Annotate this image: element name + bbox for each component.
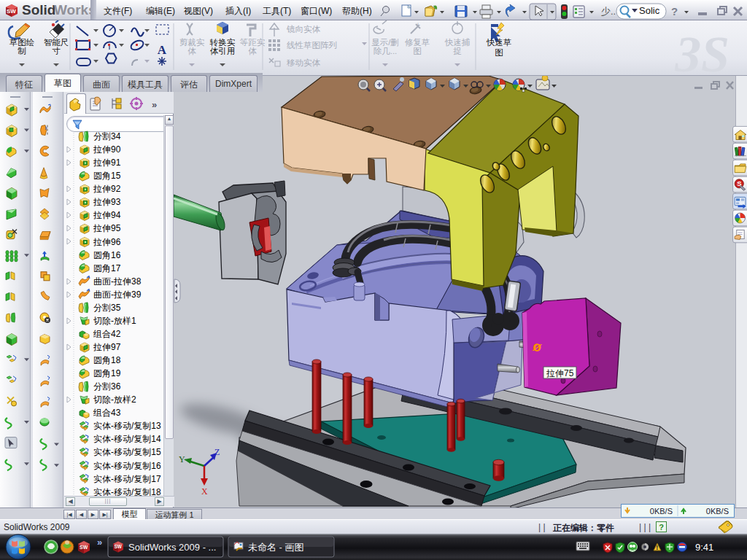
svg-text:组合43: 组合43 xyxy=(93,408,121,418)
svg-text:0KB/S: 0KB/S xyxy=(706,507,729,516)
svg-text:智能尺: 智能尺 xyxy=(44,38,69,47)
svg-text:除几...: 除几... xyxy=(374,47,398,55)
svg-text:实体-移动/复制17: 实体-移动/复制17 xyxy=(93,474,161,484)
svg-text:组合42: 组合42 xyxy=(93,329,121,339)
svg-text:镜向实体: 镜向实体 xyxy=(286,25,321,34)
svg-text:快速草: 快速草 xyxy=(486,38,512,47)
svg-text:图: 图 xyxy=(495,48,503,57)
svg-text:拉伸94: 拉伸94 xyxy=(93,210,121,220)
svg-text:0KB/S: 0KB/S xyxy=(650,507,673,516)
svg-text:体引用: 体引用 xyxy=(210,47,236,55)
svg-text:圆角18: 圆角18 xyxy=(93,355,121,365)
svg-text:拉伸93: 拉伸93 xyxy=(93,197,121,207)
svg-text:Solic: Solic xyxy=(639,5,660,16)
svg-text:曲面-拉伸38: 曲面-拉伸38 xyxy=(93,276,142,287)
svg-text:制: 制 xyxy=(18,47,26,55)
svg-text:曲面-拉伸39: 曲面-拉伸39 xyxy=(93,289,142,300)
svg-text:切除-放样2: 切除-放样2 xyxy=(93,394,136,405)
svg-text:圆角16: 圆角16 xyxy=(93,250,121,260)
svg-text:转换实: 转换实 xyxy=(209,38,236,47)
svg-text:拉伸91: 拉伸91 xyxy=(93,158,121,168)
svg-text:草图绘: 草图绘 xyxy=(9,38,35,47)
svg-text:切除-放样1: 切除-放样1 xyxy=(93,316,136,326)
svg-text:拉伸75: 拉伸75 xyxy=(546,368,574,378)
svg-text:分割36: 分割36 xyxy=(93,381,121,392)
svg-text:图: 图 xyxy=(413,47,422,55)
svg-text:拉伸92: 拉伸92 xyxy=(93,184,121,194)
svg-text:9:41: 9:41 xyxy=(695,542,713,553)
svg-text:显示/删: 显示/删 xyxy=(371,38,399,47)
svg-text:SolidWorks 2009 - ...: SolidWorks 2009 - ... xyxy=(128,542,216,553)
svg-text:»: » xyxy=(152,99,157,110)
svg-text:圆角19: 圆角19 xyxy=(93,368,121,378)
svg-text:移动实体: 移动实体 xyxy=(287,58,321,67)
svg-text:!: ! xyxy=(656,544,658,551)
svg-text:+: + xyxy=(416,21,420,29)
svg-text:修复草: 修复草 xyxy=(405,38,430,47)
svg-text:线性草图阵列: 线性草图阵列 xyxy=(287,41,337,50)
svg-text:SW: SW xyxy=(80,545,88,550)
svg-text:实体-移动/复制16: 实体-移动/复制16 xyxy=(93,461,161,471)
svg-text:快速捕: 快速捕 xyxy=(444,38,471,47)
svg-text:未命名 - 画图: 未命名 - 画图 xyxy=(248,542,304,553)
svg-text:体: 体 xyxy=(187,47,196,55)
svg-text:分割34: 分割34 xyxy=(93,131,121,141)
svg-text:拉伸96: 拉伸96 xyxy=(93,237,121,247)
svg-text:X: X xyxy=(201,486,208,497)
svg-text:寸: 寸 xyxy=(52,47,61,55)
svg-text:SW: SW xyxy=(7,8,16,15)
svg-text:拉伸90: 拉伸90 xyxy=(93,144,121,155)
svg-text:圆角15: 圆角15 xyxy=(93,171,121,181)
svg-text:少..: 少.. xyxy=(601,6,616,17)
svg-text:等距实: 等距实 xyxy=(240,38,266,47)
svg-text:拉伸97: 拉伸97 xyxy=(93,342,121,352)
svg-text:圆角17: 圆角17 xyxy=(93,263,121,273)
svg-text:实体-移动/复制13: 实体-移动/复制13 xyxy=(93,421,161,431)
svg-text:分割35: 分割35 xyxy=(93,303,121,313)
svg-text:SW: SW xyxy=(115,544,123,549)
svg-text:实体-移动/复制14: 实体-移动/复制14 xyxy=(93,434,161,444)
svg-text:A: A xyxy=(158,43,167,57)
svg-text:?: ? xyxy=(671,5,678,18)
svg-text:Z: Z xyxy=(214,447,220,457)
svg-text:捉: 捉 xyxy=(453,47,462,55)
svg-text:剪裁实: 剪裁实 xyxy=(179,38,205,47)
svg-text:体: 体 xyxy=(248,47,257,55)
svg-text:拉伸95: 拉伸95 xyxy=(93,223,121,233)
svg-text:实体-移动/复制15: 实体-移动/复制15 xyxy=(93,447,161,457)
svg-text:ЗS: ЗS xyxy=(674,26,729,75)
svg-text:Y: Y xyxy=(179,454,185,464)
svg-text:»: » xyxy=(97,537,102,548)
